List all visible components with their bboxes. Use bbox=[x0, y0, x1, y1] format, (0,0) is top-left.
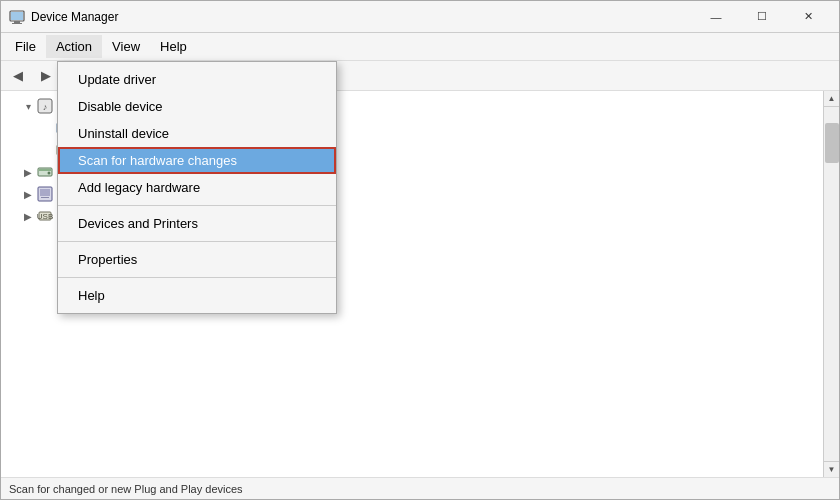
window-title: Device Manager bbox=[31, 10, 693, 24]
svg-text:USB: USB bbox=[37, 212, 53, 221]
system-icon bbox=[37, 186, 53, 202]
usb-expand-arrow: ▶ bbox=[21, 209, 35, 223]
maximize-button[interactable]: ☐ bbox=[739, 1, 785, 33]
svg-rect-3 bbox=[11, 12, 23, 20]
minimize-button[interactable]: — bbox=[693, 1, 739, 33]
app-icon bbox=[9, 9, 25, 25]
usb-icon: USB bbox=[37, 208, 53, 224]
close-button[interactable]: ✕ bbox=[785, 1, 831, 33]
menu-file[interactable]: File bbox=[5, 35, 46, 58]
collapse-arrow: ▾ bbox=[21, 99, 35, 113]
scroll-down-arrow[interactable]: ▼ bbox=[824, 461, 839, 477]
svg-rect-21 bbox=[39, 169, 51, 171]
titlebar: Device Manager — ☐ ✕ bbox=[1, 1, 839, 33]
menu-separator-1 bbox=[58, 205, 336, 206]
scroll-thumb[interactable] bbox=[825, 123, 839, 163]
statusbar: Scan for changed or new Plug and Play de… bbox=[1, 477, 839, 499]
status-text: Scan for changed or new Plug and Play de… bbox=[9, 483, 243, 495]
svg-text:♪: ♪ bbox=[43, 102, 48, 112]
storage-expand-arrow: ▶ bbox=[21, 165, 35, 179]
scrollbar[interactable]: ▲ ▼ bbox=[823, 91, 839, 477]
svg-rect-25 bbox=[41, 197, 49, 198]
menu-uninstall-device[interactable]: Uninstall device bbox=[58, 120, 336, 147]
menu-help[interactable]: Help bbox=[150, 35, 197, 58]
menubar: File Action View Help bbox=[1, 33, 839, 61]
storage-icon bbox=[37, 164, 53, 180]
menu-disable-device[interactable]: Disable device bbox=[58, 93, 336, 120]
sound-icon: ♪ bbox=[37, 98, 53, 114]
back-button[interactable]: ◀ bbox=[5, 64, 31, 88]
svg-rect-1 bbox=[14, 21, 20, 23]
menu-devices-printers[interactable]: Devices and Printers bbox=[58, 210, 336, 237]
menu-add-legacy[interactable]: Add legacy hardware bbox=[58, 174, 336, 201]
svg-rect-2 bbox=[12, 23, 22, 24]
menu-separator-3 bbox=[58, 277, 336, 278]
menu-help-item[interactable]: Help bbox=[58, 282, 336, 309]
action-dropdown-menu: Update driver Disable device Uninstall d… bbox=[57, 61, 337, 314]
scroll-up-arrow[interactable]: ▲ bbox=[824, 91, 839, 107]
menu-view[interactable]: View bbox=[102, 35, 150, 58]
forward-button[interactable]: ▶ bbox=[33, 64, 59, 88]
menu-properties[interactable]: Properties bbox=[58, 246, 336, 273]
device-manager-window: Device Manager — ☐ ✕ File Action View He… bbox=[0, 0, 840, 500]
menu-update-driver[interactable]: Update driver bbox=[58, 66, 336, 93]
svg-point-22 bbox=[48, 172, 51, 175]
menu-action[interactable]: Action bbox=[46, 35, 102, 58]
window-controls: — ☐ ✕ bbox=[693, 1, 831, 33]
system-expand-arrow: ▶ bbox=[21, 187, 35, 201]
menu-separator-2 bbox=[58, 241, 336, 242]
svg-rect-24 bbox=[40, 189, 50, 196]
menu-scan-hardware[interactable]: Scan for hardware changes bbox=[58, 147, 336, 174]
